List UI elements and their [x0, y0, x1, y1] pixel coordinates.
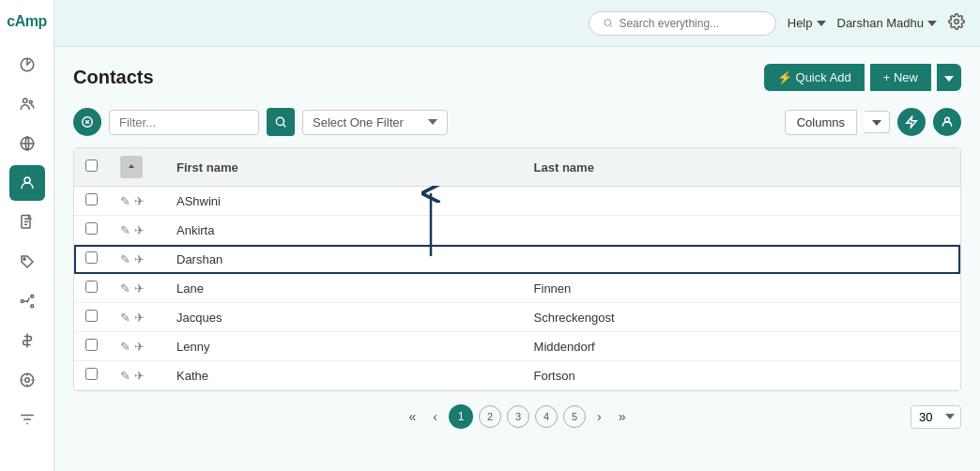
sidebar: cAmp [0, 0, 54, 471]
page-size-select[interactable]: 30 50 100 [911, 405, 961, 429]
page-5-button[interactable]: 5 [563, 405, 586, 428]
page-4-button[interactable]: 4 [535, 405, 558, 428]
svg-point-4 [24, 177, 30, 183]
sidebar-item-contacts[interactable] [9, 86, 45, 122]
sidebar-item-globe[interactable] [9, 126, 45, 161]
row-checkbox[interactable] [85, 222, 98, 235]
global-search[interactable] [589, 11, 776, 36]
new-button[interactable]: + New [870, 64, 931, 91]
send-icon[interactable]: ✈ [134, 311, 145, 325]
sidebar-item-tag[interactable] [9, 244, 45, 280]
user-menu-button[interactable]: Darshan Madhu [837, 16, 938, 30]
send-icon[interactable]: ✈ [134, 281, 145, 296]
pagination: « ‹ 1 2 3 4 5 › » 30 50 100 [73, 404, 961, 429]
sidebar-item-document[interactable] [9, 205, 45, 240]
edit-icon[interactable]: ✎ [120, 281, 130, 296]
first-name-cell: Darshan [165, 245, 523, 274]
app-logo: cAmp [7, 9, 46, 34]
send-icon[interactable]: ✈ [134, 194, 145, 208]
toolbar-clear-button[interactable] [73, 108, 101, 136]
page-2-button[interactable]: 2 [479, 405, 501, 428]
send-icon[interactable]: ✈ [134, 340, 145, 354]
sidebar-item-dollar[interactable] [9, 323, 45, 358]
page-1-button[interactable]: 1 [449, 404, 473, 429]
sort-header [109, 148, 165, 187]
row-actions-cell: ✎ ✈ [109, 187, 165, 216]
filter-search-button[interactable] [267, 108, 295, 136]
first-name-cell: Lenny [165, 332, 523, 361]
send-icon[interactable]: ✈ [134, 223, 145, 237]
checkbox-header [74, 148, 109, 187]
page-title: Contacts [73, 67, 154, 88]
toolbar-action-1-button[interactable] [897, 108, 926, 136]
svg-point-1 [23, 99, 27, 103]
filter-input[interactable] [109, 110, 259, 135]
row-actions-cell: ✎ ✈ [109, 361, 165, 390]
settings-button[interactable] [948, 13, 965, 34]
edit-icon[interactable]: ✎ [120, 194, 130, 208]
send-icon[interactable]: ✈ [134, 369, 145, 383]
row-checkbox[interactable] [85, 251, 98, 264]
page-header: Contacts ⚡ Quick Add + New [73, 64, 961, 91]
sidebar-item-person[interactable] [9, 165, 45, 201]
person-icon [941, 115, 954, 129]
columns-button[interactable]: Columns [785, 110, 857, 135]
svg-point-8 [30, 295, 33, 297]
select-all-checkbox[interactable] [85, 160, 98, 172]
help-button[interactable]: Help [788, 16, 826, 30]
search-input[interactable] [619, 17, 761, 30]
first-name-cell: Jacques [165, 303, 523, 332]
edit-icon[interactable]: ✎ [120, 369, 130, 383]
table-header-row: First name Last name [74, 148, 960, 187]
page-3-button[interactable]: 3 [507, 405, 529, 428]
sidebar-item-wheel[interactable] [9, 362, 45, 398]
prev-page-button[interactable]: ‹ [427, 405, 443, 428]
row-checkbox[interactable] [85, 339, 98, 351]
row-checkbox-cell [74, 187, 109, 216]
row-actions-cell: ✎ ✈ [109, 245, 165, 274]
svg-point-15 [276, 117, 283, 125]
sidebar-item-analytics[interactable] [9, 47, 45, 83]
first-page-button[interactable]: « [404, 405, 422, 428]
last-page-button[interactable]: » [613, 405, 632, 428]
toolbar: Select One Filter Columns [73, 108, 961, 136]
sidebar-item-nodes[interactable] [9, 283, 45, 319]
last-name-cell: Fortson [523, 361, 960, 390]
sidebar-item-filter[interactable] [9, 402, 45, 437]
filter-select[interactable]: Select One Filter [302, 110, 448, 135]
header-actions: ⚡ Quick Add + New [764, 64, 961, 91]
chevron-down-icon [817, 21, 826, 26]
svg-point-12 [605, 20, 611, 26]
svg-point-9 [30, 305, 33, 308]
sort-button[interactable] [120, 156, 143, 178]
last-name-cell [523, 187, 960, 216]
table-row: ✎ ✈ Lane Finnen [74, 274, 960, 303]
last-name-cell: Schreckengost [523, 303, 960, 332]
clear-icon [81, 115, 94, 129]
next-page-button[interactable]: › [591, 405, 607, 428]
columns-dropdown-button[interactable] [865, 111, 890, 133]
gear-icon [948, 13, 965, 30]
row-checkbox[interactable] [85, 310, 98, 322]
first-name-cell: AShwini [165, 187, 523, 216]
contacts-table-wrapper: First name Last name ✎ ✈ AShwini [73, 147, 961, 391]
edit-icon[interactable]: ✎ [120, 223, 130, 237]
last-name-header: Last name [523, 148, 960, 187]
row-checkbox[interactable] [85, 281, 98, 293]
edit-icon[interactable]: ✎ [120, 252, 130, 266]
new-caret-icon [944, 76, 954, 82]
top-navigation: Help Darshan Madhu [54, 0, 980, 47]
new-dropdown-button[interactable] [937, 64, 961, 91]
toolbar-action-2-button[interactable] [933, 108, 961, 136]
row-checkbox[interactable] [85, 193, 98, 205]
edit-icon[interactable]: ✎ [120, 311, 130, 325]
row-checkbox[interactable] [85, 368, 98, 380]
page-content: Contacts ⚡ Quick Add + New Select One Fi… [54, 47, 980, 471]
row-checkbox-cell [74, 332, 109, 361]
row-checkbox-cell [74, 361, 109, 390]
send-icon[interactable]: ✈ [134, 252, 145, 266]
quick-add-button[interactable]: ⚡ Quick Add [764, 64, 865, 91]
first-name-cell: Lane [165, 274, 523, 303]
edit-icon[interactable]: ✎ [120, 340, 130, 354]
svg-point-2 [29, 100, 32, 103]
